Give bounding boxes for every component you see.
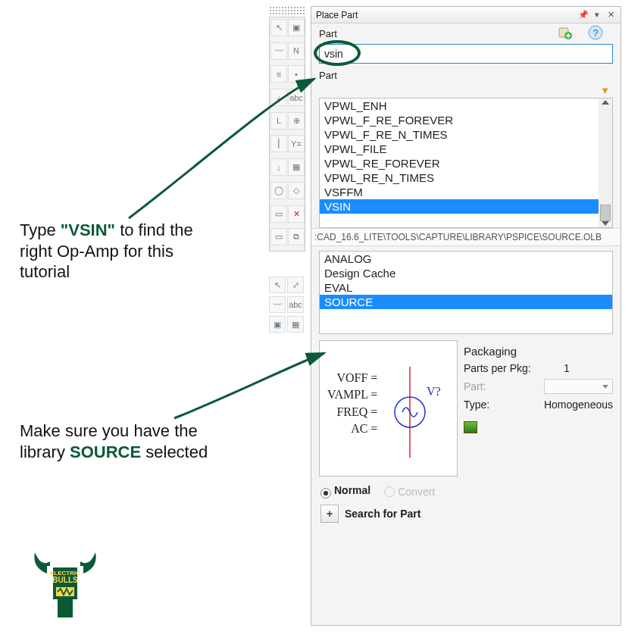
- part-label: Part: [319, 23, 342, 41]
- library-listbox[interactable]: ANALOGDesign CacheEVALSOURCE: [319, 251, 613, 334]
- power-tool-icon[interactable]: ⏚: [270, 89, 287, 106]
- part-item[interactable]: VPWL_RE_N_TIMES: [320, 170, 612, 185]
- pin-tool-icon[interactable]: ⊕: [288, 112, 305, 130]
- part-item[interactable]: VPWL_FILE: [320, 142, 612, 156]
- library-item[interactable]: Design Cache: [320, 266, 612, 280]
- part-listbox[interactable]: VPWL_ENHVPWL_F_RE_FOREVERVPWL_F_RE_N_TIM…: [319, 98, 613, 228]
- net-tool-icon[interactable]: N: [288, 42, 305, 60]
- type-label: Type:: [464, 399, 539, 411]
- cursor2-tool-icon[interactable]: ↖: [269, 277, 286, 293]
- part-item[interactable]: VPWL_F_RE_N_TIMES: [320, 127, 612, 142]
- type-value: Homogeneous: [544, 399, 613, 411]
- library-path-bar: :CAD_16.6_LITE\TOOLS\CAPTURE\LIBRARY\PSP…: [311, 228, 621, 246]
- close-icon[interactable]: ✕: [605, 10, 616, 20]
- junction-tool-icon[interactable]: •: [288, 65, 305, 83]
- symbol-label: V?: [427, 385, 440, 398]
- schematic-toolbar-lower: ↖ ⤢ 〰 abc ▣ ▦: [269, 276, 305, 335]
- place-part-tool-icon[interactable]: ▣: [288, 19, 305, 36]
- parts-per-pkg-label: Parts per Pkg:: [464, 362, 539, 374]
- chip-icon[interactable]: [464, 421, 477, 433]
- filter-icon[interactable]: ▼: [600, 85, 610, 96]
- part-list-label: Part: [311, 65, 621, 83]
- polyline-tool-icon[interactable]: ⎮: [270, 135, 287, 152]
- toolbar-grip[interactable]: [269, 6, 305, 15]
- rect-tool-icon[interactable]: ▭: [270, 228, 287, 245]
- add-comp-tool-icon[interactable]: ▦: [288, 158, 305, 176]
- scroll-thumb[interactable]: [600, 205, 611, 221]
- part-item[interactable]: VPWL_F_RE_FOREVER: [320, 113, 612, 127]
- zoom-tool-icon[interactable]: ⤢: [287, 277, 304, 293]
- dropdown-icon[interactable]: ▾: [592, 10, 602, 20]
- part-preview: VOFF = VAMPL = FREQ = AC = V?: [319, 340, 458, 477]
- part-dropdown[interactable]: [544, 379, 613, 394]
- radio-convert: Convert: [384, 486, 435, 498]
- part-item[interactable]: VPWL_ENH: [320, 98, 612, 113]
- grid-tool-icon[interactable]: ▦: [287, 316, 304, 333]
- schematic-toolbar-upper: ↖ ▣ 〰 N ≡ • ⏚ abc L ⊕ ⎮ Y= ↓ ▦ ◯ ◇ ▭ ✕ ▭…: [269, 17, 305, 252]
- wire-tool-icon[interactable]: 〰: [270, 42, 287, 60]
- annotation-type-vsin: Type "VSIN" to find the right Op-Amp for…: [20, 220, 217, 283]
- packaging-title: Packaging: [464, 345, 613, 358]
- misc-tool-icon[interactable]: ◇: [288, 182, 305, 199]
- wirealt-tool-icon[interactable]: 〰: [269, 296, 286, 313]
- scroll-up-icon[interactable]: [602, 100, 609, 105]
- library-item[interactable]: ANALOG: [320, 252, 612, 266]
- part-item[interactable]: VSIN: [320, 199, 612, 214]
- svg-rect-8: [58, 599, 73, 617]
- radio-normal[interactable]: Normal: [320, 484, 370, 499]
- parts-per-pkg-value: 1: [564, 362, 570, 374]
- var-tool-icon[interactable]: Y=: [288, 135, 305, 152]
- svg-rect-9: [58, 617, 73, 621]
- scroll-down-icon[interactable]: [602, 221, 609, 226]
- line-tool-icon[interactable]: L: [270, 112, 287, 130]
- part-search-input[interactable]: vsin: [319, 44, 613, 64]
- text-tool-icon[interactable]: abc: [288, 89, 305, 106]
- parts-scrollbar[interactable]: [599, 98, 612, 227]
- pin-icon[interactable]: 📌: [578, 10, 589, 20]
- electric-bulls-logo: ELECTRIC BULLS: [27, 545, 103, 630]
- delete-tool-icon[interactable]: ✕: [288, 205, 305, 223]
- packaging-section: Packaging Parts per Pkg: 1 Part: Type: H…: [464, 340, 613, 477]
- arrow-down-tool-icon[interactable]: ↓: [270, 158, 287, 176]
- part-item[interactable]: VPWL_RE_FOREVER: [320, 156, 612, 170]
- annotation-select-source: Make sure you have the library SOURCE se…: [20, 420, 247, 462]
- sheet-tool-icon[interactable]: ▭: [270, 205, 287, 223]
- search-for-part-label: Search for Part: [345, 508, 420, 520]
- bus-tool-icon[interactable]: ≡: [270, 65, 287, 83]
- text2-tool-icon[interactable]: abc: [287, 296, 304, 313]
- part-search-value: vsin: [324, 48, 343, 60]
- panel-title: Place Part: [316, 10, 358, 20]
- help-icon[interactable]: ?: [587, 24, 604, 41]
- block-tool-icon[interactable]: ▣: [269, 316, 286, 333]
- add-library-icon[interactable]: [557, 24, 574, 41]
- cursor-tool-icon[interactable]: ↖: [270, 19, 287, 36]
- svg-text:BULLS: BULLS: [52, 576, 78, 584]
- copy-tool-icon[interactable]: ⧉: [288, 228, 305, 245]
- library-item[interactable]: EVAL: [320, 280, 612, 295]
- library-item[interactable]: SOURCE: [320, 295, 612, 309]
- svg-text:?: ?: [592, 27, 598, 39]
- part-dropdown-label: Part:: [464, 380, 539, 392]
- vsin-symbol-icon: V?: [387, 367, 440, 450]
- expand-search-button[interactable]: +: [320, 505, 339, 523]
- ellipse-tool-icon[interactable]: ◯: [270, 182, 287, 199]
- preview-params: VOFF = VAMPL = FREQ = AC =: [327, 370, 377, 438]
- panel-title-bar[interactable]: Place Part 📌 ▾ ✕: [311, 7, 621, 23]
- part-item[interactable]: VSFFM: [320, 185, 612, 199]
- place-part-panel: Place Part 📌 ▾ ✕ Part ? vsin Part ▼ VPWL…: [311, 6, 621, 626]
